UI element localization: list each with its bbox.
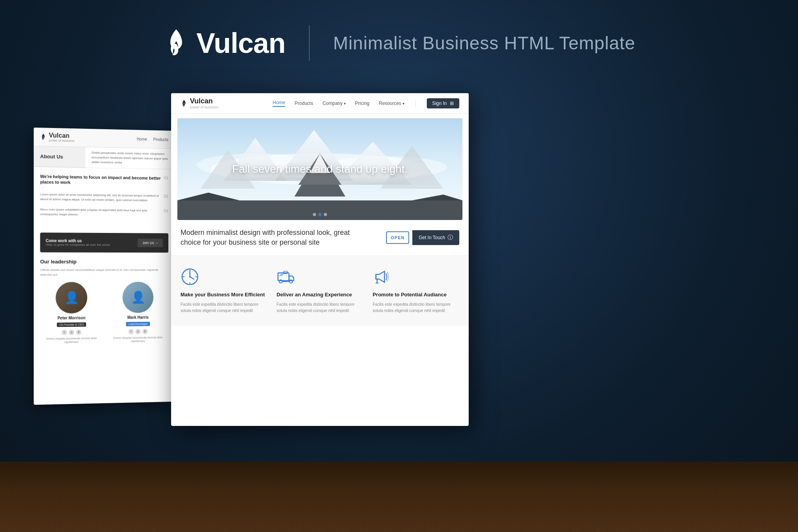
- nav-link-company[interactable]: Company: [323, 101, 346, 106]
- nav-link-pricing[interactable]: Pricing: [355, 101, 370, 106]
- team-name-mark: Mark Harris: [107, 315, 168, 319]
- team-name-peter: Peter Morrison: [40, 316, 103, 320]
- truck-icon: [276, 267, 295, 286]
- team-social-peter: 𝕏 ◎ B: [40, 329, 103, 335]
- avatar-peter: 👤: [56, 282, 87, 314]
- open-badge: OPEN: [386, 231, 409, 244]
- front-features: Make your Business More Efficient Facili…: [171, 256, 469, 326]
- megaphone-icon: [373, 267, 392, 286]
- hero-quote-text: Fall seven times and stand up eight.: [232, 163, 408, 175]
- brand-divider: [309, 25, 310, 61]
- get-in-touch-btn[interactable]: Get In Touch ⓘ: [412, 230, 459, 245]
- back-page-logo-name: Vulcan: [49, 132, 70, 139]
- back-para-1: Lorem ipsum dolor sit amet consectetur a…: [40, 192, 161, 203]
- back-nav-products[interactable]: Products: [153, 137, 168, 142]
- svg-point-18: [189, 276, 191, 278]
- back-page-flame-icon: [40, 133, 46, 141]
- hero-dots: [313, 213, 327, 216]
- team-member-peter: 👤 Peter Morrison CO Founder & CEO 𝕏 ◎ B …: [40, 282, 103, 345]
- front-cta-section: Modern minimalist design with profession…: [171, 220, 469, 256]
- front-nav-links: Home Products Company Pricing Resources …: [273, 98, 459, 108]
- back-page-logo: Vulcan power of business: [40, 132, 74, 142]
- feature-desc-delivery: Facilis este expedita distinctio libero …: [276, 301, 363, 314]
- front-nav: Vulcan power of business Home Products C…: [171, 93, 469, 114]
- back-leadership-title: Our leadership: [40, 258, 168, 264]
- top-branding-bar: Vulcan Minimalist Business HTML Template: [0, 0, 798, 86]
- signin-icon: ⊞: [450, 101, 454, 106]
- front-page: Vulcan power of business Home Products C…: [171, 93, 469, 426]
- back-section-impact: We're helping teams to focus on impact a…: [34, 167, 175, 227]
- back-page-nav: Vulcan power of business Home Products: [34, 128, 175, 149]
- back-para-2: Nemo enim ipsam voluptatem quia voluptas…: [40, 207, 161, 218]
- feature-title-delivery: Deliver an Amazing Experience: [276, 292, 363, 298]
- team-social-mark: 𝕏 ◎ B: [107, 328, 168, 335]
- team-badge-peter: CO Founder & CEO: [57, 322, 86, 327]
- front-nav-logo: Vulcan power of business: [181, 97, 218, 109]
- nav-link-home[interactable]: Home: [273, 100, 285, 107]
- feature-promote: Promote to Potential Audiance Facilis es…: [373, 267, 459, 314]
- back-page: Vulcan power of business Home Products A…: [34, 128, 175, 405]
- back-leadership-sub: Officiis debitis aut rerum necessitatibu…: [40, 268, 168, 277]
- behance-icon-peter[interactable]: B: [76, 329, 81, 335]
- back-num-1: 01: [164, 175, 168, 180]
- front-nav-logo-text: Vulcan: [190, 97, 213, 105]
- back-num-3: 03: [164, 208, 168, 213]
- hero-mountain-bg: Fall seven times and stand up eight.: [177, 118, 462, 220]
- front-cta-btn-group: OPEN Get In Touch ⓘ: [386, 230, 459, 245]
- back-leadership-section: Our leadership Officiis debitis aut reru…: [34, 258, 175, 344]
- svg-rect-12: [177, 200, 462, 220]
- flame-icon-large: [162, 27, 190, 59]
- nav-divider: [415, 99, 416, 107]
- back-about-text: Deibit perspiciatis unde omnis natus err…: [85, 147, 175, 169]
- feature-desc-efficiency: Facilis este expedita distinctio libero …: [181, 301, 267, 314]
- nav-link-products[interactable]: Products: [294, 101, 313, 106]
- avatar-mark: 👤: [123, 281, 153, 313]
- feature-efficiency: Make your Business More Efficient Facili…: [181, 267, 267, 314]
- twitter-icon-mark[interactable]: 𝕏: [128, 329, 134, 334]
- team-desc-peter: Omnis voluptas assumenda semnia dolor re…: [40, 336, 103, 345]
- back-cta-block: Come work with us Help us grow for compa…: [40, 233, 168, 252]
- info-icon: ⓘ: [448, 234, 453, 241]
- feature-delivery: Deliver an Amazing Experience Facilis es…: [276, 267, 363, 314]
- nav-link-resources[interactable]: Resources: [379, 101, 404, 106]
- brand-tagline: Minimalist Business HTML Template: [333, 32, 636, 54]
- brand-name-large: Vulcan: [196, 27, 285, 59]
- clock-icon: [181, 267, 199, 286]
- feature-desc-promote: Facilis este expedita distinctio libero …: [373, 301, 459, 314]
- front-nav-logo-sub: power of business: [190, 105, 218, 109]
- hero-dot-2[interactable]: [318, 213, 321, 216]
- front-cta-description: Modern minimalist design with profession…: [181, 228, 361, 247]
- hero-dot-1[interactable]: [313, 213, 316, 216]
- team-badge-mark: Lead Developer: [126, 322, 150, 326]
- back-page-logo-sub: power of business: [49, 139, 74, 142]
- front-hero: Fall seven times and stand up eight.: [177, 118, 462, 220]
- twitter-icon-peter[interactable]: 𝕏: [61, 330, 67, 335]
- hero-dot-3[interactable]: [324, 213, 327, 216]
- back-page-content: About Us Deibit perspiciatis unde omnis …: [34, 146, 175, 344]
- behance-icon-mark[interactable]: B: [142, 328, 148, 334]
- brand-logo-large: Vulcan: [162, 27, 285, 59]
- back-cta-btn[interactable]: Join Us →: [138, 238, 163, 247]
- team-member-mark: 👤 Mark Harris Lead Developer 𝕏 ◎ B Omnis…: [107, 281, 168, 344]
- feature-title-efficiency: Make your Business More Efficient: [181, 292, 267, 298]
- back-team-grid: 👤 Peter Morrison CO Founder & CEO 𝕏 ◎ B …: [40, 281, 168, 344]
- back-heading-impact: We're helping teams to focus on impact a…: [40, 173, 164, 186]
- instagram-icon-mark[interactable]: ◎: [135, 329, 141, 334]
- team-desc-mark: Omnis voluptas assumenda semnia dolor re…: [107, 335, 168, 344]
- front-nav-signin-btn[interactable]: Sign In ⊞: [427, 98, 459, 108]
- get-in-touch-label: Get In Touch: [419, 235, 445, 240]
- wood-texture-bottom: [0, 462, 798, 532]
- back-num-2: 02: [164, 193, 168, 198]
- instagram-icon-peter[interactable]: ◎: [69, 329, 74, 335]
- back-nav-home[interactable]: Home: [137, 137, 147, 141]
- back-page-nav-links: Home Products: [137, 137, 168, 142]
- front-nav-flame-icon: [181, 99, 188, 108]
- back-about-header: About Us: [34, 146, 85, 168]
- feature-title-promote: Promote to Potential Audiance: [373, 292, 459, 298]
- back-cta-text: Come work with us: [46, 238, 110, 243]
- back-cta-sub: Help us grow for companies all over the …: [46, 243, 110, 247]
- signin-label: Sign In: [432, 101, 447, 106]
